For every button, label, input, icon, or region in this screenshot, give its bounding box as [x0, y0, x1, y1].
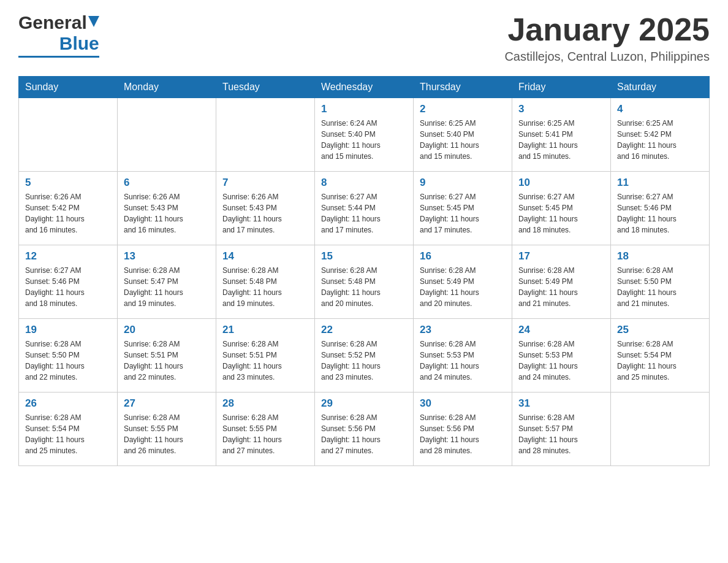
calendar-cell — [19, 98, 118, 172]
day-number: 16 — [420, 250, 506, 262]
day-info: Sunrise: 6:28 AM Sunset: 5:55 PM Dayligh… — [124, 412, 210, 456]
day-info: Sunrise: 6:28 AM Sunset: 5:53 PM Dayligh… — [420, 339, 506, 383]
calendar-cell: 31Sunrise: 6:28 AM Sunset: 5:57 PM Dayli… — [512, 393, 611, 466]
day-info: Sunrise: 6:28 AM Sunset: 5:52 PM Dayligh… — [321, 339, 407, 383]
day-info: Sunrise: 6:27 AM Sunset: 5:45 PM Dayligh… — [518, 191, 604, 236]
day-info: Sunrise: 6:27 AM Sunset: 5:46 PM Dayligh… — [617, 191, 703, 236]
day-number: 31 — [518, 397, 604, 410]
day-info: Sunrise: 6:25 AM Sunset: 5:40 PM Dayligh… — [420, 118, 506, 162]
page-header: General Blue January 2025 Castillejos, C… — [18, 12, 710, 64]
calendar-cell: 30Sunrise: 6:28 AM Sunset: 5:56 PM Dayli… — [414, 393, 512, 466]
calendar-cell: 5Sunrise: 6:26 AM Sunset: 5:42 PM Daylig… — [19, 172, 118, 245]
calendar-cell: 3Sunrise: 6:25 AM Sunset: 5:41 PM Daylig… — [512, 98, 611, 172]
day-number: 8 — [321, 177, 407, 189]
day-header-tuesday: Tuesday — [216, 77, 315, 98]
calendar-cell: 11Sunrise: 6:27 AM Sunset: 5:46 PM Dayli… — [611, 172, 710, 245]
calendar-cell — [611, 393, 710, 466]
day-number: 28 — [222, 397, 308, 410]
day-info: Sunrise: 6:28 AM Sunset: 5:48 PM Dayligh… — [222, 265, 308, 309]
day-header-sunday: Sunday — [19, 77, 118, 98]
day-header-wednesday: Wednesday — [315, 77, 414, 98]
day-info: Sunrise: 6:26 AM Sunset: 5:42 PM Dayligh… — [25, 191, 111, 236]
day-info: Sunrise: 6:28 AM Sunset: 5:54 PM Dayligh… — [25, 412, 111, 456]
svg-marker-0 — [88, 16, 99, 27]
day-number: 6 — [124, 177, 210, 189]
day-number: 17 — [518, 250, 604, 262]
day-info: Sunrise: 6:28 AM Sunset: 5:55 PM Dayligh… — [222, 412, 308, 456]
title-section: January 2025 Castillejos, Central Luzon,… — [504, 12, 710, 64]
day-info: Sunrise: 6:28 AM Sunset: 5:51 PM Dayligh… — [222, 339, 308, 383]
day-info: Sunrise: 6:28 AM Sunset: 5:57 PM Dayligh… — [518, 412, 604, 456]
day-info: Sunrise: 6:27 AM Sunset: 5:44 PM Dayligh… — [321, 191, 407, 236]
day-number: 24 — [518, 324, 604, 336]
logo-general: General — [18, 12, 87, 33]
calendar-cell: 12Sunrise: 6:27 AM Sunset: 5:46 PM Dayli… — [19, 245, 118, 319]
day-header-friday: Friday — [512, 77, 611, 98]
calendar-cell: 25Sunrise: 6:28 AM Sunset: 5:54 PM Dayli… — [611, 319, 710, 393]
calendar-cell: 23Sunrise: 6:28 AM Sunset: 5:53 PM Dayli… — [414, 319, 512, 393]
day-number: 2 — [420, 103, 506, 115]
calendar-cell: 17Sunrise: 6:28 AM Sunset: 5:49 PM Dayli… — [512, 245, 611, 319]
calendar-cell — [118, 98, 216, 172]
day-info: Sunrise: 6:28 AM Sunset: 5:50 PM Dayligh… — [617, 265, 703, 309]
calendar-cell: 27Sunrise: 6:28 AM Sunset: 5:55 PM Dayli… — [118, 393, 216, 466]
day-info: Sunrise: 6:27 AM Sunset: 5:46 PM Dayligh… — [25, 265, 111, 309]
calendar-week-1: 1Sunrise: 6:24 AM Sunset: 5:40 PM Daylig… — [19, 98, 710, 172]
day-number: 22 — [321, 324, 407, 336]
calendar-cell: 15Sunrise: 6:28 AM Sunset: 5:48 PM Dayli… — [315, 245, 414, 319]
calendar-cell — [216, 98, 315, 172]
day-number: 29 — [321, 397, 407, 410]
day-number: 1 — [321, 103, 407, 115]
day-info: Sunrise: 6:28 AM Sunset: 5:54 PM Dayligh… — [617, 339, 703, 383]
day-number: 25 — [617, 324, 703, 336]
month-title: January 2025 — [504, 12, 710, 47]
day-info: Sunrise: 6:24 AM Sunset: 5:40 PM Dayligh… — [321, 118, 407, 162]
day-info: Sunrise: 6:25 AM Sunset: 5:42 PM Dayligh… — [617, 118, 703, 162]
day-number: 18 — [617, 250, 703, 262]
day-header-monday: Monday — [118, 77, 216, 98]
day-info: Sunrise: 6:26 AM Sunset: 5:43 PM Dayligh… — [124, 191, 210, 236]
day-header-thursday: Thursday — [414, 77, 512, 98]
logo-blue: Blue — [59, 33, 99, 54]
day-number: 5 — [25, 177, 111, 189]
day-number: 15 — [321, 250, 407, 262]
calendar-cell: 21Sunrise: 6:28 AM Sunset: 5:51 PM Dayli… — [216, 319, 315, 393]
calendar-cell: 4Sunrise: 6:25 AM Sunset: 5:42 PM Daylig… — [611, 98, 710, 172]
day-info: Sunrise: 6:25 AM Sunset: 5:41 PM Dayligh… — [518, 118, 604, 162]
calendar-cell: 28Sunrise: 6:28 AM Sunset: 5:55 PM Dayli… — [216, 393, 315, 466]
calendar-cell: 7Sunrise: 6:26 AM Sunset: 5:43 PM Daylig… — [216, 172, 315, 245]
calendar-cell: 10Sunrise: 6:27 AM Sunset: 5:45 PM Dayli… — [512, 172, 611, 245]
day-number: 23 — [420, 324, 506, 336]
calendar-cell: 13Sunrise: 6:28 AM Sunset: 5:47 PM Dayli… — [118, 245, 216, 319]
day-number: 3 — [518, 103, 604, 115]
day-info: Sunrise: 6:28 AM Sunset: 5:56 PM Dayligh… — [420, 412, 506, 456]
day-number: 21 — [222, 324, 308, 336]
calendar-week-4: 19Sunrise: 6:28 AM Sunset: 5:50 PM Dayli… — [19, 319, 710, 393]
day-number: 20 — [124, 324, 210, 336]
day-number: 12 — [25, 250, 111, 262]
calendar-table: SundayMondayTuesdayWednesdayThursdayFrid… — [18, 76, 710, 466]
day-number: 19 — [25, 324, 111, 336]
calendar-cell: 8Sunrise: 6:27 AM Sunset: 5:44 PM Daylig… — [315, 172, 414, 245]
calendar-cell: 20Sunrise: 6:28 AM Sunset: 5:51 PM Dayli… — [118, 319, 216, 393]
calendar-cell: 18Sunrise: 6:28 AM Sunset: 5:50 PM Dayli… — [611, 245, 710, 319]
calendar-cell: 19Sunrise: 6:28 AM Sunset: 5:50 PM Dayli… — [19, 319, 118, 393]
day-number: 7 — [222, 177, 308, 189]
calendar-cell: 26Sunrise: 6:28 AM Sunset: 5:54 PM Dayli… — [19, 393, 118, 466]
logo: General Blue — [18, 12, 99, 58]
day-info: Sunrise: 6:27 AM Sunset: 5:45 PM Dayligh… — [420, 191, 506, 236]
day-number: 26 — [25, 397, 111, 410]
location: Castillejos, Central Luzon, Philippines — [504, 50, 710, 64]
day-number: 4 — [617, 103, 703, 115]
calendar-week-2: 5Sunrise: 6:26 AM Sunset: 5:42 PM Daylig… — [19, 172, 710, 245]
day-number: 9 — [420, 177, 506, 189]
calendar-cell: 2Sunrise: 6:25 AM Sunset: 5:40 PM Daylig… — [414, 98, 512, 172]
day-info: Sunrise: 6:28 AM Sunset: 5:49 PM Dayligh… — [420, 265, 506, 309]
day-info: Sunrise: 6:26 AM Sunset: 5:43 PM Dayligh… — [222, 191, 308, 236]
day-info: Sunrise: 6:28 AM Sunset: 5:47 PM Dayligh… — [124, 265, 210, 309]
day-info: Sunrise: 6:28 AM Sunset: 5:49 PM Dayligh… — [518, 265, 604, 309]
day-number: 13 — [124, 250, 210, 262]
calendar-cell: 22Sunrise: 6:28 AM Sunset: 5:52 PM Dayli… — [315, 319, 414, 393]
day-number: 10 — [518, 177, 604, 189]
calendar-cell: 14Sunrise: 6:28 AM Sunset: 5:48 PM Dayli… — [216, 245, 315, 319]
